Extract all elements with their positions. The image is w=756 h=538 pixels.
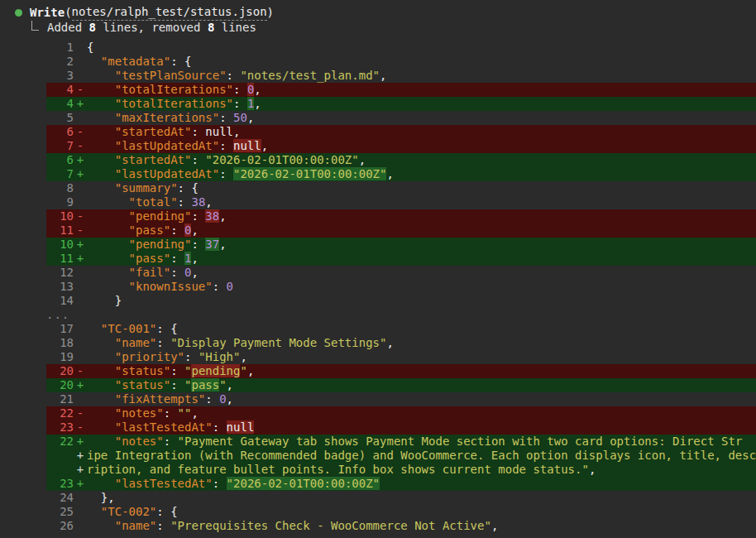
- line-number: 11: [46, 252, 74, 266]
- diff-marker: -: [74, 209, 87, 223]
- code-segment-punc: ,: [386, 167, 393, 180]
- code-text: "TC-002": {: [87, 505, 756, 519]
- code-segment-punc: ,: [205, 195, 212, 209]
- code-segment-punc: ,: [227, 392, 233, 406]
- diff-row: 26 "name": "Prerequisites Check - WooCom…: [0, 519, 756, 533]
- diff-row: 22+ "notes": "Payment Gateway tab shows …: [0, 435, 756, 449]
- code-text: },: [87, 491, 756, 505]
- code-segment-num: 38: [191, 195, 205, 209]
- code-segment-key: "totalIterations": [115, 97, 233, 110]
- code-text: "TC-001": {: [87, 322, 756, 336]
- code-segment-punc: :: [233, 97, 247, 110]
- code-text: "pending": 37,: [87, 238, 756, 252]
- code-segment-punc: :: [233, 83, 247, 96]
- diff-marker: -: [74, 83, 87, 97]
- code-segment-punc: ,: [254, 97, 261, 110]
- diff-row: 21 "fixAttempts": 0,: [0, 392, 756, 406]
- code-segment-punc: ,: [191, 266, 198, 279]
- code-text: "pending": 38,: [87, 209, 756, 223]
- code-segment-punc: :: [170, 378, 184, 391]
- code-segment-punc: :: [170, 252, 184, 265]
- code-text: "status": "pass",: [87, 378, 756, 392]
- diff-marker: [74, 505, 87, 519]
- code-segment-key: "total": [129, 195, 178, 209]
- code-text: "metadata": {: [87, 55, 756, 69]
- diff-row: 3 "testPlanSource": "notes/test_plan.md"…: [0, 69, 756, 83]
- code-segment-punc: [87, 181, 115, 195]
- diff-marker: +: [74, 463, 87, 477]
- result-summary-text: lines, removed: [96, 21, 208, 34]
- code-segment-punc: ,: [219, 209, 226, 223]
- code-segment-punc: }: [87, 294, 122, 307]
- diff-row: 18 "name": "Display Payment Mode Setting…: [0, 336, 756, 350]
- code-segment-punc: ,: [254, 83, 261, 96]
- diff-marker: [74, 55, 87, 69]
- code-segment-null: null: [227, 420, 255, 434]
- diff-row: 12 "fail": 0,: [0, 266, 756, 280]
- code-text: "lastUpdatedAt": "2026-02-01T00:00:00Z",: [87, 167, 756, 181]
- code-segment-punc: [87, 83, 115, 96]
- diff-marker: +: [74, 449, 87, 463]
- code-segment-str: "": [178, 406, 192, 420]
- code-segment-key: "status": [115, 364, 170, 377]
- code-text: "maxIterations": 50,: [87, 111, 756, 125]
- code-segment-str: ": [219, 378, 226, 391]
- code-segment-str: "2026-02-01T00:00:00Z": [233, 167, 386, 180]
- line-number: 8: [46, 181, 74, 195]
- paren-close: ): [267, 5, 274, 20]
- tool-status-icon: [15, 9, 22, 17]
- code-segment-punc: ,: [233, 125, 240, 138]
- line-number: 12: [46, 266, 74, 280]
- code-segment-punc: :: [219, 139, 233, 152]
- diff-marker: -: [74, 125, 87, 139]
- code-segment-punc: ,: [247, 111, 254, 124]
- result-summary-text: lines: [214, 21, 256, 34]
- code-segment-punc: :: [170, 223, 184, 237]
- code-segment-punc: :: [170, 364, 184, 377]
- tool-call-header: Write(notes/ralph_test/status.json) Adde…: [0, 0, 756, 37]
- code-segment-punc: },: [87, 491, 115, 504]
- code-text: "knownIssue": 0: [87, 280, 756, 294]
- code-segment-punc: [87, 519, 115, 532]
- code-segment-key: "TC-001": [101, 322, 156, 335]
- line-number: 26: [46, 519, 74, 533]
- line-number: 4: [46, 97, 74, 111]
- code-segment-punc: :: [213, 477, 227, 490]
- code-segment-str: ipe Integration (with Recommended badge)…: [87, 449, 756, 462]
- diff-marker: [74, 519, 87, 533]
- code-segment-key: "lastUpdatedAt": [115, 167, 219, 180]
- diff-marker: +: [74, 153, 87, 167]
- line-number: 13: [46, 280, 74, 294]
- code-segment-str: ription, and feature bullet points. Info…: [87, 463, 589, 476]
- diff-row: 20+ "status": "pass",: [0, 378, 756, 392]
- code-segment-punc: ,: [491, 519, 498, 532]
- code-text: "pass": 1,: [87, 252, 756, 266]
- diff-marker: +: [74, 477, 87, 491]
- code-segment-punc: :: [219, 111, 233, 124]
- diff-row: 7+ "lastUpdatedAt": "2026-02-01T00:00:00…: [0, 167, 756, 181]
- code-segment-punc: [87, 392, 115, 406]
- code-segment-key: "metadata": [101, 55, 170, 68]
- diff-row: 6- "startedAt": null,: [0, 125, 756, 139]
- code-segment-key: "pass": [129, 223, 171, 237]
- code-segment-punc: :: [191, 125, 205, 138]
- diff-marker: -: [74, 420, 87, 435]
- line-number: 17: [46, 322, 74, 336]
- code-segment-punc: :: [164, 435, 178, 448]
- tool-call-line: Write(notes/ralph_test/status.json): [0, 5, 756, 20]
- code-segment-punc: [87, 69, 115, 82]
- paren-open: (: [65, 5, 71, 20]
- diff-row: 22- "notes": "",: [0, 406, 756, 420]
- diff-marker: [74, 111, 87, 125]
- code-segment-punc: [87, 139, 115, 152]
- code-text: "fail": 0,: [87, 266, 756, 280]
- code-text: "fixAttempts": 0,: [87, 392, 756, 406]
- code-segment-punc: ,: [386, 336, 393, 349]
- diff-marker: [74, 266, 87, 280]
- diff-row: 17 "TC-001": {: [0, 322, 756, 336]
- line-number: 5: [46, 111, 74, 125]
- code-segment-key: "name": [115, 519, 157, 532]
- code-segment-key: "fail": [129, 266, 171, 279]
- code-segment-key: "priority": [115, 350, 184, 363]
- code-segment-punc: [87, 223, 129, 237]
